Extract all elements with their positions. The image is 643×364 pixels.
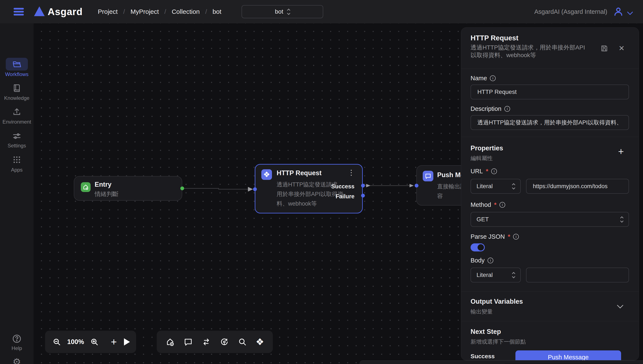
top-bar: Asgard Project / MyProject / Collection … [0,0,643,23]
app-title: Asgard [48,6,83,18]
zoom-toolbar: 100% + [45,331,136,353]
sliders-icon [12,132,21,140]
body-mode-value: Literal [477,272,493,278]
description-label: Description [471,105,501,112]
node-http-title: HTTP Request [277,169,321,177]
sidebar-item-knowledge[interactable] [0,84,34,94]
sidebar-item-apps[interactable] [0,156,34,165]
url-input[interactable]: https://dummyjson.com/todos [526,179,629,194]
output-variables-chevron-down-icon[interactable] [617,303,623,308]
properties-title: Properties [471,144,503,152]
select-updown-icon [512,272,515,278]
required-asterisk: * [508,233,510,240]
http-diamond-icon: ❖ [261,169,272,180]
url-input-value: https://dummyjson.com/todos [533,183,607,190]
breadcrumb-separator: / [205,8,207,15]
fit-view-diamond-icon[interactable]: ❖ [256,337,264,346]
sidebar-label-knowledge[interactable]: Knowledge [0,95,34,101]
description-input[interactable]: 透過HTTP協定發送請求，用於串接外部API以取得資料、 [471,115,629,130]
sidebar-item-workflows[interactable] [6,58,28,70]
workflow-selector[interactable]: bot [242,5,323,18]
info-icon[interactable]: i [490,76,496,81]
bottom-drawer[interactable] [359,360,643,364]
book-icon [12,84,21,92]
parse-json-label: Parse JSON [471,233,505,240]
account-chevron-down-icon[interactable] [627,9,633,15]
gear-icon: ⚙ [13,356,21,364]
hamburger-menu-icon[interactable] [14,8,24,16]
tools-toolbar: ❖ [157,331,273,353]
toggle-knob [478,244,484,250]
breadcrumb-bot[interactable]: bot [213,8,222,15]
run-play-icon[interactable] [123,338,130,346]
comment-bubble-icon[interactable] [183,337,193,346]
info-icon[interactable]: i [513,234,519,240]
node-menu-kebab-icon[interactable]: ⋮ [348,169,355,176]
add-node-plus-icon[interactable]: + [111,336,117,348]
sidebar-label-settings[interactable]: Settings [0,143,34,149]
name-input-value: HTTP Request [477,88,517,95]
select-updown-icon [621,217,623,222]
sidebar-label-help[interactable]: Help [0,345,34,351]
user-icon[interactable] [613,6,623,16]
breadcrumb-myproject[interactable]: MyProject [131,8,159,15]
node-http-request[interactable]: ❖ HTTP Request ⋮ 透過HTTP協定發送請求，用於串接外部API以… [255,164,363,214]
info-icon[interactable]: i [500,202,505,208]
zoom-out-icon[interactable] [52,338,61,346]
left-sidebar: Workflows Knowledge Environment Settings [0,23,34,364]
sidebar-label-environment[interactable]: Environment [0,119,34,125]
panel-title: HTTP Request [471,34,518,42]
workflow-selector-value: bot [275,8,283,15]
next-step-title: Next Step [471,328,501,336]
name-input[interactable]: HTTP Request [471,84,629,100]
url-label-row: URL * i [471,168,497,175]
sidebar-item-settings[interactable] [0,132,34,142]
url-mode-value: Literal [477,183,493,190]
search-icon[interactable] [238,337,247,346]
folder-icon [12,60,22,68]
next-step-subtitle: 新增或選擇下一個節點 [471,338,526,346]
upload-icon [12,108,21,116]
sidebar-item-environment[interactable] [0,108,34,117]
panel-divider [461,137,639,137]
node-entry[interactable]: Entry 情緒判斷 [74,176,182,201]
breadcrumb-project[interactable]: Project [98,8,118,15]
info-icon[interactable]: i [491,168,497,174]
chat-bubble-icon [423,171,433,181]
output-variables-title: Output Variables [471,298,523,306]
info-icon[interactable]: i [504,106,510,112]
method-select[interactable]: GET [471,212,629,227]
panel-divider [461,292,639,292]
breadcrumb-collection[interactable]: Collection [172,8,200,15]
entry-house-icon [81,182,91,192]
refresh-idea-icon[interactable] [220,337,229,346]
info-icon[interactable]: i [488,258,493,263]
name-label-row: Name i [471,75,496,82]
panel-divider [461,321,639,321]
sidebar-label-workflows[interactable]: Workflows [0,71,34,77]
body-input[interactable] [526,268,629,282]
node-entry-title: Entry [95,181,111,188]
sidebar-label-apps[interactable]: Apps [0,167,34,173]
close-icon[interactable]: ✕ [618,44,625,52]
add-entry-node-icon[interactable] [165,337,175,346]
body-mode-select[interactable]: Literal [471,268,521,282]
method-label-row: Method * i [471,201,505,208]
breadcrumb-separator: / [164,8,166,15]
panel-divider [461,68,639,69]
sidebar-item-workspace[interactable]: ⚙ [0,357,34,364]
swap-arrows-icon[interactable] [201,337,211,346]
breadcrumb-separator: / [123,8,125,15]
zoom-in-icon[interactable] [90,338,99,346]
parse-json-label-row: Parse JSON * i [471,233,519,240]
parse-json-toggle[interactable] [471,243,485,252]
required-asterisk: * [486,168,488,175]
select-updown-icon [512,184,515,189]
url-mode-select[interactable]: Literal [471,179,521,194]
method-label: Method [471,201,491,208]
sidebar-item-help[interactable] [0,334,34,344]
save-icon[interactable] [600,44,608,52]
next-step-push-message-button[interactable]: Push Message [515,350,621,360]
question-icon [12,334,22,344]
add-property-plus-icon[interactable]: + [618,146,624,156]
